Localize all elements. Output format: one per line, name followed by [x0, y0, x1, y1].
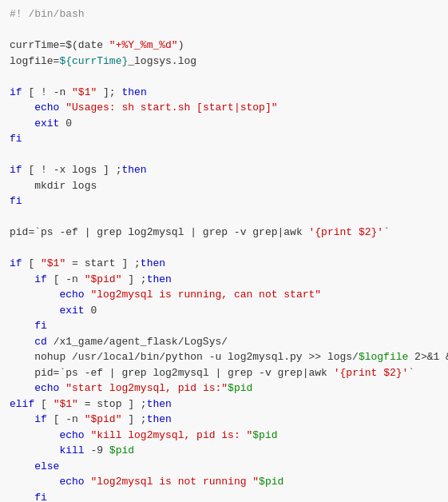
code-line: fi	[10, 193, 438, 209]
token: "Usages: sh start.sh [start|stop]"	[65, 102, 277, 114]
code-line: echo "kill log2mysql, pid is: "$pid	[10, 428, 438, 444]
token	[10, 367, 34, 379]
token: then	[121, 164, 146, 176]
code-line: currTime=$(date "+%Y_%m_%d")	[10, 38, 438, 54]
code-line: else	[10, 459, 438, 475]
token	[10, 413, 34, 425]
code-line: pid=`ps -ef | grep log2mysql | grep -v g…	[10, 225, 438, 241]
token: "kill log2mysql, pid is: "	[90, 429, 252, 441]
token: )	[178, 39, 184, 51]
token: "log2mysql is running, can not start"	[90, 289, 321, 301]
code-line: if [ ! -x logs ] ;then	[10, 162, 438, 178]
code-line: echo "start log2mysql, pid is:"$pid	[10, 380, 438, 396]
code-line	[10, 22, 438, 38]
token: awk	[283, 226, 308, 238]
token	[10, 429, 59, 441]
token: !	[41, 164, 47, 176]
code-line: exit 0	[10, 303, 438, 319]
token: '{print $2}'	[309, 226, 384, 238]
token: ${currTime}	[59, 55, 128, 67]
token: echo	[34, 382, 59, 394]
token: = start ] ;	[65, 257, 141, 269]
token: "$pid"	[85, 413, 122, 425]
token	[10, 336, 34, 348]
code-line: fi	[10, 318, 438, 334]
token: fi	[34, 320, 47, 332]
token: mkdir	[34, 180, 65, 192]
token: $pid	[252, 429, 277, 441]
token: `	[408, 367, 414, 379]
token: logs	[65, 180, 97, 192]
token: exit	[59, 305, 84, 317]
code-line: elif [ "$1" = stop ] ;then	[10, 396, 438, 412]
code-line	[10, 209, 438, 225]
token: currTime=	[10, 39, 65, 51]
token: |	[303, 367, 309, 379]
token: 0	[85, 305, 97, 317]
token: if	[34, 413, 47, 425]
token	[10, 492, 34, 503]
token: "$1"	[41, 257, 65, 269]
token: -x logs ] ;	[47, 164, 122, 176]
token: then	[121, 86, 146, 98]
token: = stop ] ;	[78, 398, 147, 410]
token	[10, 102, 34, 114]
token: [	[22, 164, 41, 176]
token: fi	[10, 133, 22, 145]
token: date	[78, 39, 103, 51]
token	[10, 460, 34, 472]
token: 0	[59, 118, 72, 129]
token: if	[34, 273, 47, 285]
token: "$1"	[72, 86, 97, 98]
token: ps -ef | grep log2mysql | grep -v grep	[65, 367, 302, 379]
code-line: if [ -n "$pid" ] ;then	[10, 412, 438, 428]
token: else	[34, 460, 59, 472]
token: !	[41, 86, 47, 98]
token: pid=	[34, 367, 59, 379]
code-line: if [ "$1" = start ] ;then	[10, 256, 438, 272]
token: if	[10, 164, 22, 176]
token: -9	[85, 444, 109, 456]
code-line: if [ -n "$pid" ] ;then	[10, 272, 438, 288]
token: '{print $2}'	[334, 367, 409, 379]
token: $logfile	[359, 351, 408, 363]
code-line: cd /x1_game/agent_flask/LogSys/	[10, 334, 438, 350]
token: $pid	[109, 444, 134, 456]
token: "+%Y_%m_%d"	[103, 39, 178, 51]
token: ];	[97, 86, 121, 98]
token: echo	[59, 476, 84, 488]
code-line: pid=`ps -ef | grep log2mysql | grep -v g…	[10, 365, 438, 381]
token	[10, 351, 34, 363]
token: ] ;	[121, 273, 146, 285]
token: ps -ef | grep log2mysql | grep -v grep	[41, 226, 277, 238]
token	[10, 476, 59, 488]
code-container: #! /bin/bash currTime=$(date "+%Y_%m_%d"…	[0, 0, 448, 502]
token	[10, 289, 59, 301]
token: exit	[34, 118, 59, 129]
token: echo	[59, 289, 84, 301]
token: cd	[34, 336, 47, 348]
token: #! /bin/bash	[10, 8, 85, 20]
token: [ -n	[47, 413, 85, 425]
token: `	[383, 226, 390, 238]
token: [ -n	[47, 273, 85, 285]
token: "$1"	[54, 398, 78, 410]
code-line: logfile=${currTime}_logsys.log	[10, 54, 438, 70]
token	[10, 382, 34, 394]
token: if	[10, 257, 22, 269]
token: ] ;	[121, 413, 146, 425]
token: nohup /usr/local/bin/python -u log2mysql…	[34, 351, 359, 363]
token	[10, 273, 34, 285]
code-line: echo "log2mysql is not running "$pid	[10, 474, 438, 490]
token: $pid	[228, 382, 252, 394]
code-line: fi	[10, 131, 438, 147]
token: echo	[59, 429, 84, 441]
token	[10, 444, 59, 456]
code-line: echo "log2mysql is running, can not star…	[10, 287, 438, 303]
code-line: fi	[10, 490, 438, 503]
code-line	[10, 241, 438, 257]
token	[10, 305, 59, 317]
token: pid=	[10, 226, 34, 238]
token: $(	[65, 39, 78, 51]
token: then	[147, 398, 172, 410]
